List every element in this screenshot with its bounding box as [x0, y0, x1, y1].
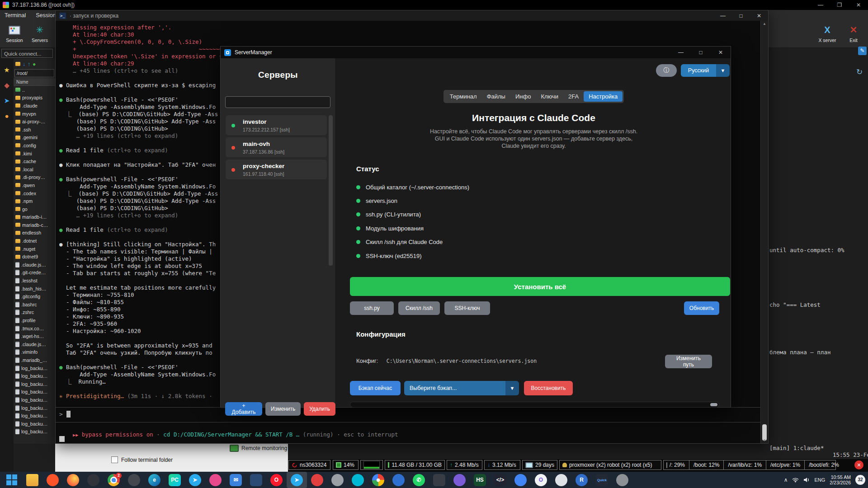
sm-minimize-button[interactable]: —	[671, 49, 691, 56]
server-card[interactable]: main-ovh37.187.136.86 [ssh]	[226, 137, 327, 157]
monitoring-close-icon[interactable]: ✕	[854, 460, 863, 469]
tree-item[interactable]: .claude.js…	[14, 340, 55, 348]
menu-terminal[interactable]: Terminal	[5, 12, 26, 19]
scroll-up-icon[interactable]: ▲	[761, 22, 768, 26]
quick-connect-input[interactable]: Quick connect...	[1, 49, 53, 58]
tray-expand-chevron[interactable]: ∧	[784, 477, 788, 483]
follow-terminal-option[interactable]: Follow terminal folder	[111, 456, 173, 463]
tree-item[interactable]: log_backu…	[14, 380, 55, 388]
tree-path-input[interactable]: /root/	[14, 69, 54, 77]
rstudio-icon[interactable]: R	[571, 472, 592, 488]
refresh-button[interactable]: Обновить	[684, 301, 719, 315]
tree-item[interactable]: log_backu…	[14, 428, 55, 436]
tab-2FA[interactable]: 2FA	[563, 91, 584, 102]
telegram-icon[interactable]: ➤	[185, 472, 205, 488]
tree-item[interactable]: log_backu…	[14, 404, 55, 412]
favorites-star-icon[interactable]: ★	[0, 66, 14, 74]
toolbar-exit-button[interactable]: ✕ Exit	[844, 22, 863, 43]
terminal-input-box[interactable]: >	[56, 407, 762, 422]
tree-item[interactable]: .bashrc	[14, 300, 55, 309]
terminal-minimize-button[interactable]: —	[714, 13, 732, 19]
tree-item[interactable]: .mariadb_…	[14, 356, 55, 364]
tree-item[interactable]: .gemini	[14, 134, 55, 142]
tree-item[interactable]: endlessh	[14, 229, 55, 237]
tree-item[interactable]: .config	[14, 141, 55, 150]
tree-item[interactable]: .tmux.co…	[14, 324, 55, 333]
download-icon[interactable]: ↓	[23, 61, 25, 69]
tree-item[interactable]: ai-proxy-…	[14, 117, 55, 126]
heidisql-icon[interactable]: HS	[470, 472, 490, 488]
firefox-icon[interactable]	[63, 472, 83, 488]
install-all-button[interactable]: Установить всё	[350, 277, 730, 296]
dark-app-icon-2[interactable]	[124, 472, 144, 488]
server-list-scrollbar[interactable]	[329, 115, 333, 266]
tree-item[interactable]: .zshrc	[14, 309, 55, 317]
change-path-button[interactable]: Изменить путь	[665, 355, 712, 368]
backup-select-value[interactable]: Выберите бэкап...	[404, 381, 505, 395]
tree-item[interactable]: .cache	[14, 157, 55, 165]
toolbar-xserver-button[interactable]: X X server	[815, 22, 840, 43]
sm-maximize-button[interactable]: □	[691, 49, 711, 56]
tree-item[interactable]: log_backu…	[14, 396, 55, 404]
opera-icon[interactable]: O	[266, 472, 287, 488]
tree-item[interactable]: .claude.js…	[14, 261, 55, 269]
tree-item[interactable]: log_backu…	[14, 420, 55, 428]
terminal-maximize-button[interactable]: □	[732, 13, 750, 19]
tree-item[interactable]: log_backu…	[14, 372, 55, 380]
tree-item[interactable]: .viminfo	[14, 348, 55, 357]
tree-item[interactable]: .lesshst	[14, 277, 55, 285]
chrome-icon[interactable]: 2	[104, 472, 124, 488]
language-select[interactable]: Русский ▼	[681, 64, 730, 77]
tab-Файлы[interactable]: Файлы	[482, 91, 510, 102]
tree-item[interactable]: .codex	[14, 189, 55, 197]
notification-badge[interactable]: 32	[855, 475, 865, 485]
blue-app-icon-1[interactable]	[388, 472, 409, 488]
tree-item[interactable]: ..	[14, 86, 55, 94]
server-search-input[interactable]	[225, 96, 330, 108]
tree-item[interactable]: log_backu…	[14, 388, 55, 396]
edit-server-button[interactable]: Изменить	[265, 402, 301, 416]
restore-button[interactable]: Восстановить	[524, 381, 573, 395]
delete-server-button[interactable]: Удалить	[304, 402, 335, 416]
language-value[interactable]: Русский	[681, 64, 716, 77]
purple-app-icon[interactable]	[449, 472, 470, 488]
tree-item[interactable]: .git-crede…	[14, 269, 55, 277]
remote-session-icon[interactable]: ➤	[0, 97, 14, 105]
backup-select[interactable]: Выберите бэкап... ▼	[404, 381, 519, 395]
tree-item[interactable]: .local	[14, 165, 55, 174]
add-server-button[interactable]: + Добавить	[225, 402, 262, 416]
tree-item[interactable]: .dotnet	[14, 237, 55, 245]
tree-item[interactable]: log_backu…	[14, 364, 55, 372]
tree-item[interactable]: .npm	[14, 197, 55, 205]
terminal-titlebar[interactable]: >_ · запуск и проверка — □ ✕	[56, 10, 768, 21]
edge-icon[interactable]: e	[144, 472, 165, 488]
dark-blue-app-icon[interactable]	[246, 472, 266, 488]
tab-Настройка[interactable]: Настройка	[584, 91, 623, 102]
edit-pencil-icon[interactable]: ✎	[858, 47, 867, 55]
telegram-active-icon[interactable]: ➤	[287, 472, 307, 488]
tools-icon[interactable]: ◆	[0, 81, 14, 89]
terminal-close-button[interactable]: ✕	[750, 13, 768, 19]
tree-item[interactable]: myvpn	[14, 110, 55, 118]
tree-item[interactable]: .bash_his…	[14, 285, 55, 293]
server-card[interactable]: investor173.212.212.157 [ssh]	[226, 115, 327, 135]
toolbar-session-button[interactable]: Session	[3, 22, 26, 43]
main-minimize-button[interactable]: —	[811, 0, 830, 10]
code-app-icon[interactable]: </>	[490, 472, 510, 488]
tree-item[interactable]: log_backu…	[14, 412, 55, 420]
tree-item[interactable]: .nuget	[14, 245, 55, 253]
info-button[interactable]: ⓘ	[656, 64, 677, 77]
multi-exec-icon[interactable]: ●	[0, 112, 14, 120]
file-explorer-icon[interactable]	[22, 472, 42, 488]
tree-item[interactable]: go	[14, 205, 55, 213]
tree-refresh-icon[interactable]: ●	[33, 61, 36, 69]
tree-item[interactable]: .di-proxy…	[14, 174, 55, 182]
chevron-down-icon[interactable]: ▼	[716, 64, 730, 77]
main-maximize-button[interactable]: ❐	[830, 0, 849, 10]
dark-app-icon-1[interactable]	[83, 472, 104, 488]
tab-Ключи[interactable]: Ключи	[536, 91, 563, 102]
refresh-icon[interactable]: ↻	[854, 67, 864, 77]
tree-item[interactable]: mariadb-c…	[14, 221, 55, 229]
horizontal-scrollbar[interactable]	[350, 402, 719, 408]
scroll-down-icon[interactable]: ▼	[761, 438, 768, 442]
